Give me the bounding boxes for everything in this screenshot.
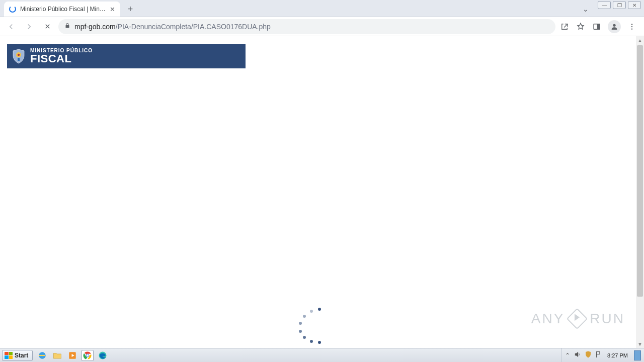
- taskbar-chrome-icon[interactable]: [82, 350, 94, 361]
- url-path: /PIA-DenunciaCompleta/PIA.CASO0176DUA.ph…: [116, 23, 271, 31]
- svg-point-2: [613, 24, 615, 26]
- show-desktop-button[interactable]: [634, 350, 641, 360]
- tray-volume-icon[interactable]: [574, 351, 581, 359]
- taskbar-media-icon[interactable]: [66, 350, 78, 361]
- watermark-left: ANY: [531, 311, 565, 327]
- svg-point-5: [631, 28, 632, 29]
- svg-rect-8: [18, 58, 20, 61]
- page-viewport: MINISTERIO PÚBLICO FISCAL ANY RUN ▲ ▼: [0, 36, 644, 348]
- scroll-thumb[interactable]: [637, 45, 643, 297]
- watermark-right: RUN: [590, 311, 625, 327]
- nav-back-button[interactable]: [4, 20, 18, 34]
- nav-forward-button[interactable]: [22, 20, 36, 34]
- vertical-scrollbar[interactable]: ▲ ▼: [636, 36, 644, 348]
- browser-tab[interactable]: Ministerio Público Fiscal | Ministerio P…: [4, 2, 120, 17]
- window-close-button[interactable]: ✕: [628, 1, 641, 9]
- svg-point-13: [87, 354, 89, 356]
- coat-of-arms-icon: [12, 49, 25, 64]
- kebab-menu-icon[interactable]: [627, 22, 637, 32]
- svg-point-3: [631, 24, 632, 25]
- tabs-dropdown-icon[interactable]: ⌄: [583, 5, 589, 13]
- bookmark-star-icon[interactable]: [576, 22, 586, 32]
- address-bar[interactable]: mpf-gob.com/PIA-DenunciaCompleta/PIA.CAS…: [58, 19, 555, 34]
- site-banner: MINISTERIO PÚBLICO FISCAL: [7, 44, 246, 68]
- profile-avatar-icon[interactable]: [608, 20, 621, 33]
- watermark-play-icon: [567, 308, 588, 329]
- lock-icon: [64, 23, 70, 30]
- window-controls: ― ❐ ✕: [598, 1, 641, 9]
- url-host: mpf-gob.com: [74, 23, 116, 31]
- svg-point-4: [631, 26, 632, 27]
- tab-title: Ministerio Público Fiscal | Ministerio P: [20, 6, 106, 13]
- browser-toolbar: mpf-gob.com/PIA-DenunciaCompleta/PIA.CAS…: [0, 17, 644, 36]
- system-tray: ⌃ 8:27 PM: [561, 348, 644, 362]
- new-tab-button[interactable]: +: [123, 2, 137, 16]
- windows-taskbar: Start ⌃ 8:27 PM: [0, 348, 644, 362]
- windows-logo-icon: [5, 352, 13, 359]
- site-banner-text: MINISTERIO PÚBLICO FISCAL: [30, 48, 93, 64]
- taskbar-ie-icon[interactable]: [36, 350, 48, 361]
- loading-spinner-icon: [297, 308, 327, 338]
- scroll-up-icon[interactable]: ▲: [636, 36, 644, 44]
- tray-flag-icon[interactable]: [595, 351, 601, 359]
- tray-shield-icon[interactable]: [585, 351, 591, 359]
- tray-expand-icon[interactable]: ⌃: [565, 352, 570, 359]
- svg-rect-1: [598, 24, 600, 29]
- tray-clock[interactable]: 8:27 PM: [605, 352, 630, 358]
- taskbar-explorer-icon[interactable]: [51, 350, 63, 361]
- window-minimize-button[interactable]: ―: [598, 1, 611, 9]
- start-button[interactable]: Start: [2, 350, 33, 361]
- loading-favicon-icon: [9, 6, 16, 13]
- taskbar-edge-icon[interactable]: [97, 350, 109, 361]
- svg-point-7: [18, 54, 20, 56]
- window-maximize-button[interactable]: ❐: [613, 1, 626, 9]
- start-label: Start: [15, 352, 28, 359]
- side-panel-icon[interactable]: [592, 22, 602, 32]
- toolbar-right: [559, 20, 640, 33]
- scroll-down-icon[interactable]: ▼: [636, 340, 644, 348]
- anyrun-watermark: ANY RUN: [531, 311, 625, 327]
- close-tab-icon[interactable]: ✕: [110, 6, 115, 13]
- banner-label-main: FISCAL: [30, 53, 93, 64]
- share-icon[interactable]: [559, 22, 570, 32]
- nav-stop-button[interactable]: [40, 20, 54, 34]
- browser-titlebar: Ministerio Público Fiscal | Ministerio P…: [0, 0, 644, 17]
